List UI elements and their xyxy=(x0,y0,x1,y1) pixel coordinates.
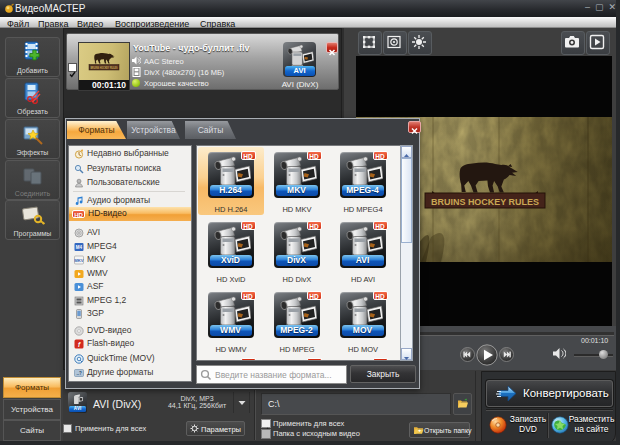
svg-text:MKV: MKV xyxy=(74,258,84,263)
svg-text:..?: ..? xyxy=(76,371,82,376)
svg-text:BRUINS HOCKEY RULES: BRUINS HOCKEY RULES xyxy=(91,66,118,70)
svg-text:M4: M4 xyxy=(76,245,83,250)
svg-text:BRUINS HOCKEY RULES: BRUINS HOCKEY RULES xyxy=(431,196,539,207)
